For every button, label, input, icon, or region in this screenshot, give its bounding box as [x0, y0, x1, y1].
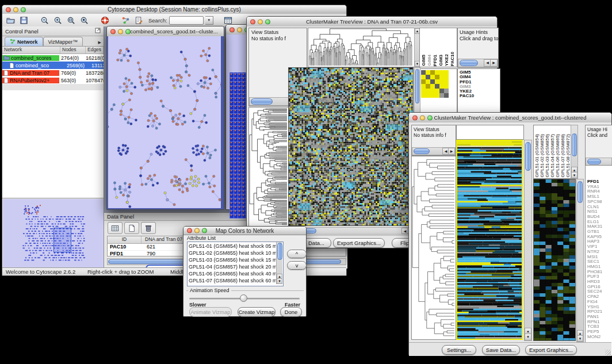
scroll-thumb[interactable] — [577, 181, 583, 203]
attribute-list-item[interactable]: GPL51-04 (GSM857) heat shock 20 min — [188, 263, 283, 270]
zoom-out-icon[interactable] — [39, 15, 50, 25]
matrix-cell[interactable] — [426, 70, 430, 75]
move-up-button[interactable]: ^ — [287, 250, 307, 258]
matrix-cell[interactable] — [426, 79, 430, 84]
overview-viewport-rect[interactable] — [53, 228, 71, 252]
matrix-cell[interactable] — [435, 70, 439, 75]
network-window-titlebar[interactable]: combined_scores_good.txt--cluste... — [107, 26, 224, 37]
scroll-down-arrow[interactable]: ▼ — [525, 334, 531, 340]
attribute-list-item[interactable]: GPL51-07 (GSM868) heat shock 60 min — [188, 277, 283, 284]
scroll-down-arrow[interactable]: ▼ — [577, 335, 583, 342]
scroll-right-arrow[interactable]: ▶ — [490, 59, 498, 67]
treeview2-titlebar[interactable]: ClusterMaker TreeView : combined_scores_… — [409, 113, 611, 123]
close-button[interactable] — [6, 7, 11, 12]
scroll-down-arrow[interactable]: ▼ — [277, 278, 282, 284]
zoom-button[interactable] — [202, 228, 207, 233]
matrix-cell[interactable] — [426, 75, 430, 79]
zoom-selected-icon[interactable] — [65, 15, 76, 25]
minimize-button[interactable] — [237, 27, 242, 32]
matrix-cell[interactable] — [444, 70, 449, 75]
scroll-thumb[interactable] — [277, 243, 282, 260]
scroll-thumb[interactable] — [414, 148, 430, 154]
matrix-cell[interactable] — [439, 75, 444, 79]
col-id[interactable]: ID — [108, 236, 141, 243]
tv2-hints-hscrollbar[interactable] — [586, 158, 612, 166]
network-graph-canvas[interactable] — [108, 36, 221, 208]
animation-speed-slider-thumb[interactable] — [240, 294, 247, 302]
matrix-cell[interactable] — [435, 75, 439, 79]
tv2-column-label[interactable]: GPL51-01 (GSM854) — [534, 134, 540, 178]
tv1-column-label[interactable]: GIM4 — [427, 55, 432, 66]
tv2-heatmap[interactable] — [456, 140, 523, 340]
done-button[interactable]: Done — [280, 307, 302, 317]
matrix-cell[interactable] — [444, 79, 449, 84]
dialog-titlebar[interactable]: Map Colors to Network — [183, 227, 306, 235]
open-session-icon[interactable] — [5, 15, 16, 25]
scroll-thumb[interactable] — [587, 159, 601, 164]
search-dropdown-button[interactable]: ▼ — [205, 16, 213, 25]
tv2-column-label[interactable]: GPL51-02 (GSM855) — [540, 134, 545, 178]
matrix-cell[interactable] — [444, 93, 449, 98]
scroll-thumb[interactable] — [415, 69, 419, 104]
matrix-cell[interactable] — [430, 89, 435, 93]
gene-label[interactable]: MON2 — [587, 335, 612, 340]
matrix-cell[interactable] — [435, 93, 439, 98]
network-list-row[interactable]: combined_scores2764(0)16218(0) — [2, 54, 104, 62]
close-button[interactable] — [230, 27, 235, 32]
zoom-in-icon[interactable] — [52, 15, 63, 25]
attribute-list-item[interactable]: GPL51-01 (GSM854) heat shock 05 min — [188, 243, 283, 250]
zoom-button[interactable] — [125, 29, 131, 34]
scroll-down-arrow[interactable]: ▼ — [571, 172, 577, 178]
minimize-button[interactable] — [13, 7, 18, 12]
new-attribute-icon[interactable] — [124, 222, 139, 234]
tv2-status-hscrollbar[interactable]: ◀ ▶ — [412, 147, 456, 155]
tab-overflow-arrow[interactable]: ▶ — [96, 40, 104, 45]
tv2-settings-button[interactable]: Settings... — [442, 345, 476, 355]
matrix-cell[interactable] — [435, 89, 439, 93]
attribute-list-item[interactable]: GPL51-03 (GSM856) heat shock 15 min — [188, 256, 283, 263]
tv1-hscrollbar[interactable]: ◀ ▶ — [288, 227, 415, 235]
tv1-hints-hscrollbar[interactable]: ◀ ▶ — [458, 59, 498, 67]
treeview1-titlebar[interactable]: ClusterMaker TreeView : DNA and Tran 07-… — [247, 17, 497, 27]
matrix-cell[interactable] — [435, 79, 439, 84]
matrix-cell[interactable] — [421, 70, 426, 75]
scroll-thumb[interactable] — [460, 60, 478, 66]
tv2-export-graphics-button[interactable]: Export Graphics... — [525, 345, 577, 355]
tv1-column-label[interactable]: GIM3 — [438, 55, 443, 66]
minimize-button[interactable] — [420, 115, 425, 120]
tv2-labels-vscrollbar[interactable]: ▲ ▼ — [571, 125, 578, 179]
tv2-vscrollbar[interactable]: ▲ ▼ — [524, 140, 532, 341]
matrix-cell[interactable] — [430, 79, 435, 84]
attribute-list-vscrollbar[interactable]: ▲ ▼ — [276, 242, 282, 284]
delete-attribute-icon[interactable] — [141, 222, 156, 234]
matrix-cell[interactable] — [439, 79, 444, 84]
minimize-button[interactable] — [194, 228, 200, 233]
matrix-cell[interactable] — [430, 70, 435, 75]
matrix-cell[interactable] — [426, 84, 430, 89]
matrix-cell[interactable] — [435, 84, 439, 89]
main-titlebar[interactable]: Cytoscape Desktop (Session Name: collins… — [2, 5, 346, 14]
tv2-row-dendrogram[interactable] — [411, 156, 456, 340]
matrix-cell[interactable] — [439, 84, 444, 89]
scroll-thumb[interactable] — [572, 133, 577, 156]
tv2-column-label[interactable]: GPL51-03 (GSM856) — [545, 134, 550, 178]
matrix-cell[interactable] — [430, 93, 435, 98]
save-session-icon[interactable] — [18, 15, 29, 25]
network-list-row[interactable]: RNAPuberNov2+563(0)107847(0) — [2, 76, 104, 84]
tv1-column-label[interactable]: PFD1 — [433, 55, 438, 66]
attribute-list-item[interactable]: GPL51-06 (GSM865) heat shock 40 min — [188, 270, 283, 277]
matrix-cell[interactable] — [426, 93, 430, 98]
close-button[interactable] — [250, 19, 255, 24]
tv1-column-label[interactable]: GIM5 — [421, 55, 426, 66]
network-overview-panel[interactable] — [3, 199, 104, 268]
matrix-cell[interactable] — [421, 75, 426, 79]
create-vizmap-button[interactable]: Create Vizmap — [238, 307, 276, 317]
zoom-fit-icon[interactable] — [78, 15, 90, 25]
annotation-icon[interactable] — [133, 15, 144, 25]
zoom-button[interactable] — [427, 115, 433, 120]
matrix-cell[interactable] — [444, 84, 449, 89]
matrix-cell[interactable] — [439, 70, 444, 75]
tv1-row-dendrogram[interactable] — [248, 107, 289, 227]
minimize-button[interactable] — [118, 29, 123, 34]
tab-vizmapper[interactable]: VizMapper™ — [43, 37, 83, 46]
